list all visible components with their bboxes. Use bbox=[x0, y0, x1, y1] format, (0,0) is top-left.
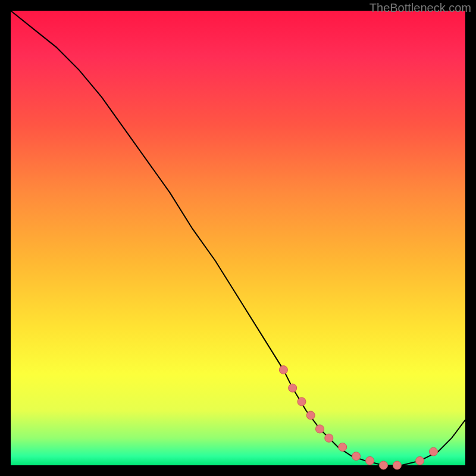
data-point bbox=[416, 456, 424, 465]
plot-area bbox=[11, 11, 465, 465]
data-point bbox=[289, 384, 297, 392]
data-point bbox=[306, 411, 315, 419]
data-point bbox=[430, 447, 438, 456]
data-point bbox=[339, 443, 347, 451]
data-point bbox=[393, 461, 401, 469]
data-point bbox=[279, 366, 287, 374]
data-point bbox=[352, 452, 361, 461]
data-point bbox=[380, 461, 388, 469]
data-point bbox=[325, 434, 333, 442]
data-point bbox=[366, 456, 374, 465]
watermark-text: TheBottleneck.com bbox=[369, 1, 471, 15]
data-point bbox=[316, 425, 324, 433]
chart-svg bbox=[11, 11, 465, 465]
chart-frame: TheBottleneck.com bbox=[0, 0, 476, 476]
marker-group bbox=[279, 366, 437, 469]
data-point bbox=[298, 397, 306, 406]
bottleneck-curve bbox=[11, 11, 465, 465]
